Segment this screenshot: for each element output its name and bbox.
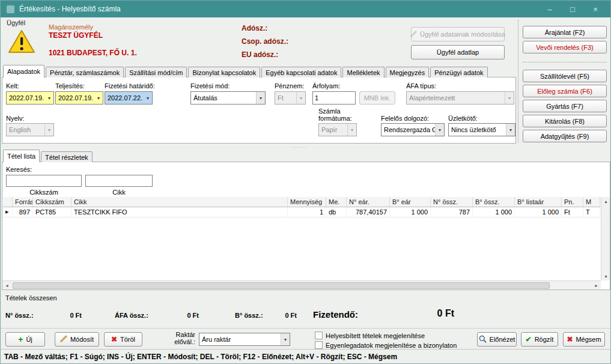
statusbar-text: TAB - Mező váltás; F1 - Súgó; INS - Új; … <box>4 353 397 361</box>
col-n-ear[interactable]: N° eár. <box>347 197 390 207</box>
egyenleg-checkbox-row[interactable]: Egyenlegadatok megjelenítése a bizonylat… <box>315 341 457 349</box>
warehouse-value: Áru raktár <box>202 336 231 343</box>
col-b-listaar[interactable]: B° listaár <box>515 197 562 207</box>
cikkszam-search-input[interactable] <box>6 175 82 187</box>
helyesbitett-checkbox-row[interactable]: Helyesbített tételek megjelenítése <box>315 332 425 339</box>
warehouse-select[interactable]: Áru raktár ▾ <box>199 333 290 346</box>
eloleg-szamla-button[interactable]: Előleg számla (F6) <box>523 85 607 97</box>
tab-megjegyzes[interactable]: Megjegyzés <box>386 67 430 77</box>
scroll-down-icon[interactable]: ▾ <box>601 272 610 281</box>
preview-button[interactable]: Előnézet <box>477 332 517 347</box>
table-vscrollbar[interactable]: ▴ ▾ <box>601 197 610 281</box>
adatgyujtes-button[interactable]: Adatgyűjtés (F9) <box>523 130 607 142</box>
new-item-button[interactable]: + Új <box>5 332 45 347</box>
szamla-formatum-select[interactable]: Papír ▾ <box>318 123 357 136</box>
cell-mennyiseg: 1 <box>288 207 326 217</box>
teljesites-date-field[interactable]: 2022.07.19. ▾ <box>55 91 103 105</box>
cell-n-ear: 787,40157 <box>347 207 390 217</box>
save-button[interactable]: ✔ Rögzít <box>521 332 558 347</box>
customer-name: TESZT ÜGYFÉL <box>49 31 103 40</box>
cancel-button[interactable]: ✖ Mégsem <box>563 332 605 347</box>
chevron-down-icon[interactable]: ▾ <box>506 124 515 136</box>
table-hscrollbar[interactable]: ◂ ▸ <box>2 281 601 290</box>
chevron-down-icon[interactable]: ▾ <box>435 124 444 136</box>
tab-alapadatok[interactable]: Alapadatok <box>3 65 44 77</box>
item-tabstrip: Tétel lista Tétel részletek <box>3 150 94 162</box>
pencil-icon <box>410 31 417 38</box>
tab-egyeb-kapcsolati-adatok[interactable]: Egyéb kapcsolati adatok <box>261 67 341 77</box>
splitter-handle[interactable]: ······ <box>282 144 318 150</box>
col-m[interactable]: M <box>583 197 600 207</box>
check-icon: ✔ <box>526 335 532 344</box>
fizetesi-hatarido-date-field[interactable]: 2022.07.22. ▾ <box>105 91 153 105</box>
szamla-formatum-label-1: Számla <box>318 108 341 115</box>
vat-total-label: ÁFA össz.: <box>115 312 148 319</box>
fizetesi-mod-select[interactable]: Átutalás ▾ <box>190 91 266 105</box>
col-b-ear[interactable]: B° eár <box>390 197 431 207</box>
tab-penztar-szamlaszamok[interactable]: Pénztár, számlaszámok <box>46 67 124 77</box>
tab-penzugyi-adatok[interactable]: Pénzügyi adatok <box>430 67 487 77</box>
delete-item-button[interactable]: ✖ Töröl <box>104 332 142 347</box>
cell-n-ossz: 787 <box>431 207 473 217</box>
arajanlat-button[interactable]: Árajánlat (F2) <box>523 26 607 38</box>
kelt-date-field[interactable]: 2022.07.19. ▾ <box>6 91 54 105</box>
chevron-down-icon[interactable]: ▾ <box>44 124 53 136</box>
gyartas-button[interactable]: Gyártás (F7) <box>523 100 607 112</box>
modify-item-button[interactable]: Módosít <box>55 332 99 347</box>
afa-tipus-select[interactable]: Alapértelmezett ▾ <box>406 91 514 105</box>
felelos-dolgozo-value: Rendszergazda Gé <box>384 126 435 133</box>
nyelv-select[interactable]: English ▾ <box>6 123 54 136</box>
egyenleg-checkbox-label: Egyenlegadatok megjelenítése a bizonylat… <box>326 342 457 349</box>
chevron-down-icon[interactable]: ▾ <box>256 92 265 104</box>
mnb-lekeres-button[interactable]: MNB lek. <box>359 91 395 105</box>
maximize-icon[interactable]: □ <box>564 5 582 14</box>
cancel-x-icon: ✖ <box>567 335 573 344</box>
col-n-ossz[interactable]: N° össz. <box>431 197 473 207</box>
penznem-select[interactable]: Ft ▾ <box>275 91 306 105</box>
nyelv-value: English <box>9 126 31 133</box>
col-pn[interactable]: Pn. <box>562 197 583 207</box>
chevron-down-icon[interactable]: ▾ <box>505 92 514 104</box>
helyesbitett-checkbox[interactable] <box>315 332 323 339</box>
hscroll-thumb[interactable] <box>13 282 550 289</box>
side-buttons-divider <box>523 62 607 62</box>
chevron-down-icon[interactable]: ▾ <box>347 124 356 136</box>
chevron-down-icon[interactable]: ▾ <box>94 96 103 101</box>
col-cikk[interactable]: Cikk <box>71 197 288 207</box>
tab-mellekletek[interactable]: Mellékletek <box>342 67 384 77</box>
minimize-icon[interactable]: – <box>541 5 559 14</box>
vevoi-rendeles-button[interactable]: Vevői rendelés (F3) <box>523 41 607 53</box>
vevoi-rendeles-label: Vevői rendelés (F3) <box>536 44 593 51</box>
col-me[interactable]: Me. <box>326 197 347 207</box>
uzletkoto-select[interactable]: Nincs üzletkötő ▾ <box>448 123 515 136</box>
plus-icon: + <box>18 335 23 344</box>
chevron-down-icon[interactable]: ▾ <box>281 333 290 345</box>
customer-modify-button[interactable]: Ügyfél adatainak módosítása <box>411 27 505 41</box>
tab-bizonylat-kapcsolatok[interactable]: Bizonylat kapcsolatok <box>188 67 260 77</box>
table-header: Forrás Cikkszám Cikk Mennyiség Me. N° eá… <box>3 197 600 207</box>
scroll-left-icon[interactable]: ◂ <box>2 281 11 290</box>
tab-tetel-reszletek[interactable]: Tétel részletek <box>41 151 93 162</box>
tab-szallitasi-mod-cim[interactable]: Szállítási mód/cím <box>125 67 187 77</box>
arfolyam-input[interactable] <box>312 91 356 105</box>
table-row[interactable]: ▶ 897 PCT85 TESZTCIKK FIFO 1 db 787,4015… <box>3 207 600 217</box>
col-b-ossz[interactable]: B° össz. <box>473 197 515 207</box>
chevron-down-icon[interactable]: ▾ <box>144 96 152 101</box>
col-cikkszam[interactable]: Cikkszám <box>33 197 71 207</box>
egyenleg-checkbox[interactable] <box>315 341 323 349</box>
customer-datasheet-button[interactable]: Ügyfél adatlap <box>411 45 505 59</box>
close-icon[interactable]: × <box>586 5 604 14</box>
header-marker-cell <box>3 197 13 207</box>
chevron-down-icon[interactable]: ▾ <box>296 92 305 104</box>
kitarolas-button[interactable]: Kitárolás (F8) <box>523 115 607 127</box>
chevron-down-icon[interactable]: ▾ <box>45 96 53 101</box>
warehouse-label: Raktár elővál.: <box>157 331 195 345</box>
scroll-up-icon[interactable]: ▴ <box>601 197 610 205</box>
col-forras[interactable]: Forrás <box>13 197 33 207</box>
felelos-dolgozo-select[interactable]: Rendszergazda Gé ▾ <box>381 123 445 136</box>
tab-tetel-lista[interactable]: Tétel lista <box>3 150 40 162</box>
cikk-search-input[interactable] <box>85 175 153 187</box>
szallitolevel-button[interactable]: Szállítólevél (F5) <box>523 70 607 82</box>
col-mennyiseg[interactable]: Mennyiség <box>288 197 326 207</box>
scroll-right-icon[interactable]: ▸ <box>592 281 601 290</box>
